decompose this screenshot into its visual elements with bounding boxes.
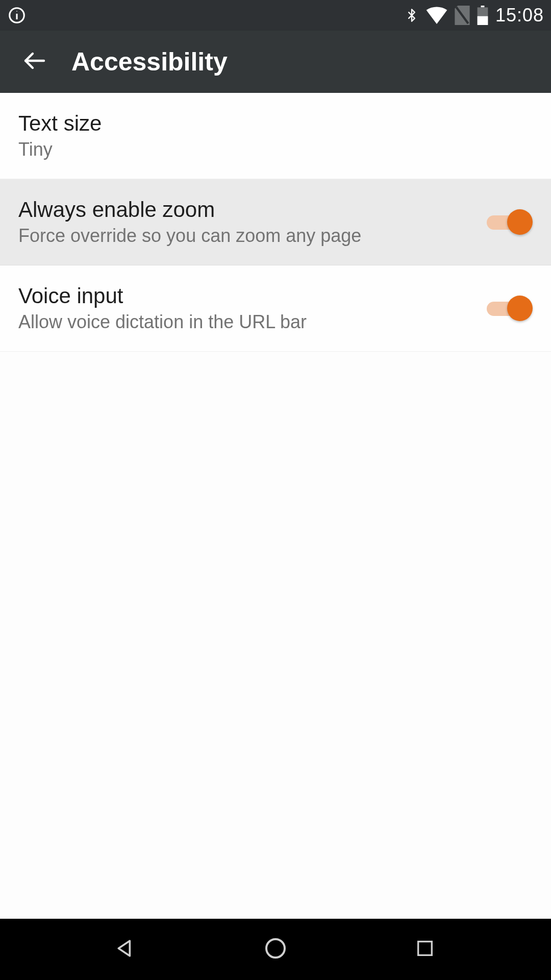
svg-rect-4 (481, 6, 484, 7)
status-left (7, 6, 27, 25)
setting-voice-input-title: Voice input (18, 284, 307, 308)
nav-home-button[interactable] (255, 929, 296, 970)
wifi-icon (426, 7, 447, 24)
square-recent-icon (415, 938, 435, 961)
app-bar: Accessibility (0, 31, 551, 93)
setting-voice-input-texts: Voice input Allow voice dictation in the… (18, 284, 307, 333)
setting-voice-input[interactable]: Voice input Allow voice dictation in the… (0, 265, 551, 352)
svg-marker-8 (118, 941, 130, 955)
svg-rect-10 (418, 942, 432, 955)
toggle-always-zoom[interactable] (487, 209, 533, 235)
no-sim-icon (455, 6, 470, 25)
setting-text-size-value: Tiny (18, 139, 102, 160)
nav-recent-button[interactable] (405, 929, 445, 970)
settings-list: Text size Tiny Always enable zoom Force … (0, 93, 551, 352)
circle-home-icon (263, 936, 288, 963)
page-title: Accessibility (71, 47, 228, 77)
svg-point-9 (266, 939, 285, 958)
bluetooth-icon (405, 6, 419, 25)
setting-text-size-title: Text size (18, 111, 102, 136)
arrow-left-icon (22, 48, 47, 75)
status-time: 15:08 (495, 5, 544, 26)
setting-always-zoom-texts: Always enable zoom Force override so you… (18, 198, 361, 247)
svg-rect-6 (478, 16, 488, 25)
setting-voice-input-subtitle: Allow voice dictation in the URL bar (18, 311, 307, 333)
toggle-thumb (507, 209, 533, 235)
status-right: 15:08 (405, 5, 544, 26)
setting-text-size-texts: Text size Tiny (18, 111, 102, 160)
setting-always-zoom[interactable]: Always enable zoom Force override so you… (0, 179, 551, 265)
setting-always-zoom-subtitle: Force override so you can zoom any page (18, 225, 361, 247)
status-bar: 15:08 (0, 0, 551, 31)
nav-back-button[interactable] (106, 929, 146, 970)
navigation-bar (0, 919, 551, 980)
toggle-voice-input[interactable] (487, 296, 533, 321)
content-area: Text size Tiny Always enable zoom Force … (0, 93, 551, 919)
triangle-back-icon (115, 937, 137, 962)
setting-text-size[interactable]: Text size Tiny (0, 93, 551, 179)
svg-point-2 (16, 11, 17, 12)
info-icon (7, 6, 27, 25)
battery-icon (477, 6, 488, 25)
back-button[interactable] (19, 46, 50, 77)
toggle-thumb (507, 296, 533, 321)
setting-always-zoom-title: Always enable zoom (18, 198, 361, 222)
